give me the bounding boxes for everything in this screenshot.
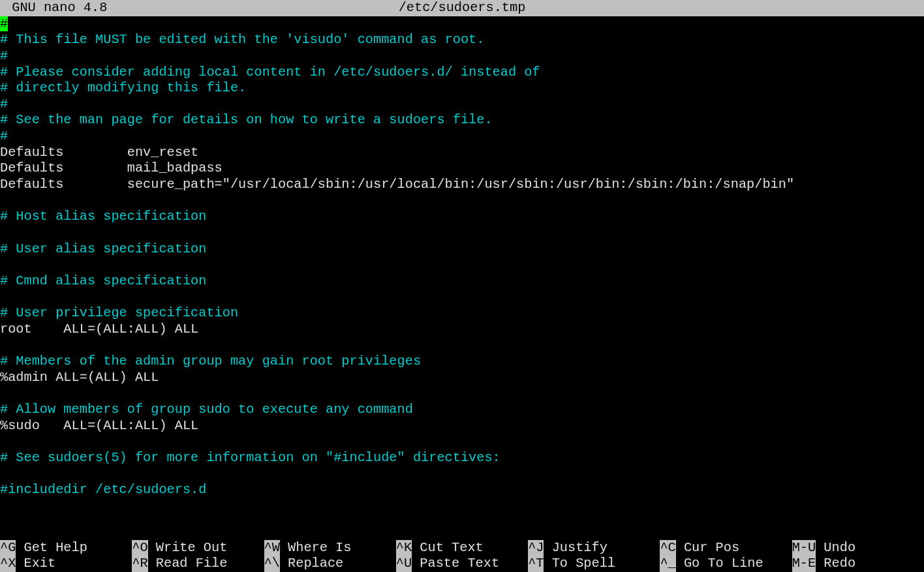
editor-line[interactable]: # <box>0 97 924 113</box>
shortcut-item: ^T To Spell <box>528 556 660 572</box>
editor-line[interactable]: #includedir /etc/sudoers.d <box>0 482 924 498</box>
shortcut-item: M-U Undo <box>792 540 924 556</box>
editor-line[interactable]: # See the man page for details on how to… <box>0 112 924 128</box>
editor-area[interactable]: ## This file MUST be edited with the 'vi… <box>0 16 924 540</box>
shortcut-label: Where Is <box>280 540 375 556</box>
shortcut-item: M-E Redo <box>792 556 924 572</box>
shortcut-item: ^K Cut Text <box>396 540 528 556</box>
shortcut-bar: ^G Get Help ^O Write Out ^W Where Is ^K … <box>0 540 924 572</box>
shortcut-key: ^R <box>132 556 147 572</box>
shortcut-label: Cur Pos <box>676 540 771 556</box>
editor-line[interactable]: # directly modifying this file. <box>0 80 924 97</box>
shortcut-key: ^K <box>396 540 412 556</box>
shortcut-key: ^\ <box>264 556 280 572</box>
shortcut-key: ^T <box>528 556 544 572</box>
editor-line[interactable]: # Host alias specification <box>0 209 924 225</box>
editor-line[interactable]: # See sudoers(5) for more information on… <box>0 450 924 466</box>
editor-line[interactable]: # User privilege specification <box>0 305 924 322</box>
editor-line[interactable] <box>0 225 924 241</box>
editor-line[interactable]: root ALL=(ALL:ALL) ALL <box>0 322 924 338</box>
shortcut-key: M-U <box>792 540 816 556</box>
shortcut-key: ^U <box>396 556 412 572</box>
shortcut-key: ^O <box>132 540 147 556</box>
editor-line[interactable]: # <box>0 48 924 65</box>
shortcut-key: ^X <box>0 556 16 572</box>
shortcut-label: Read File <box>148 556 243 572</box>
cursor: # <box>0 16 8 31</box>
shortcut-key: M-E <box>792 556 816 572</box>
editor-line[interactable]: # Please consider adding local content i… <box>0 65 924 81</box>
editor-line[interactable]: # Cmnd alias specification <box>0 273 924 290</box>
shortcut-item: ^U Paste Text <box>396 556 528 572</box>
shortcut-item: ^\ Replace <box>264 556 396 572</box>
editor-line[interactable]: %admin ALL=(ALL) ALL <box>0 370 924 386</box>
shortcut-row-2: ^X Exit ^R Read File ^\ Replace ^U Paste… <box>0 556 924 572</box>
shortcut-item: ^G Get Help <box>0 540 132 556</box>
shortcut-label: To Spell <box>544 556 639 572</box>
shortcut-key: ^G <box>0 540 16 556</box>
shortcut-key: ^J <box>528 540 544 556</box>
shortcut-label: Exit <box>16 556 111 572</box>
shortcut-item: ^C Cur Pos <box>660 540 792 556</box>
editor-line[interactable]: Defaults mail_badpass <box>0 160 924 177</box>
editor-line[interactable]: # Allow members of group sudo to execute… <box>0 402 924 418</box>
editor-line[interactable]: Defaults secure_path="/usr/local/sbin:/u… <box>0 177 924 193</box>
editor-line[interactable]: # User alias specification <box>0 241 924 258</box>
shortcut-key: ^_ <box>660 556 675 572</box>
editor-line[interactable]: Defaults env_reset <box>0 145 924 161</box>
terminal-window[interactable]: /etc/sudoers.tmp GNU nano 4.8 ## This fi… <box>0 0 924 572</box>
shortcut-label: Undo <box>816 540 855 556</box>
shortcut-label: Cut Text <box>412 540 507 556</box>
editor-line[interactable] <box>0 385 924 402</box>
shortcut-label: Replace <box>280 556 375 572</box>
shortcut-item: ^J Justify <box>528 540 660 556</box>
shortcut-label: Redo <box>816 556 855 572</box>
editor-line[interactable]: %sudo ALL=(ALL:ALL) ALL <box>0 418 924 434</box>
editor-line[interactable]: # <box>0 16 924 33</box>
editor-line[interactable] <box>0 193 924 209</box>
editor-line[interactable] <box>0 337 924 354</box>
editor-line[interactable] <box>0 257 924 273</box>
shortcut-label: Go To Line <box>676 556 771 572</box>
editor-line[interactable]: # <box>0 128 924 145</box>
shortcut-key: ^C <box>660 540 675 556</box>
titlebar-filename: /etc/sudoers.tmp <box>0 0 924 16</box>
shortcut-key: ^W <box>264 540 280 556</box>
editor-line[interactable] <box>0 466 924 483</box>
editor-line[interactable]: # This file MUST be edited with the 'vis… <box>0 32 924 48</box>
shortcut-label: Write Out <box>148 540 243 556</box>
nano-titlebar: /etc/sudoers.tmp GNU nano 4.8 <box>0 0 924 16</box>
shortcut-item: ^O Write Out <box>132 540 264 556</box>
shortcut-item: ^R Read File <box>132 556 264 572</box>
editor-line[interactable] <box>0 434 924 450</box>
shortcut-row-1: ^G Get Help ^O Write Out ^W Where Is ^K … <box>0 540 924 556</box>
shortcut-item: ^W Where Is <box>264 540 396 556</box>
editor-line[interactable]: # Members of the admin group may gain ro… <box>0 354 924 370</box>
shortcut-item: ^X Exit <box>0 556 132 572</box>
shortcut-label: Justify <box>544 540 639 556</box>
shortcut-label: Get Help <box>16 540 111 556</box>
shortcut-label: Paste Text <box>412 556 507 572</box>
shortcut-item: ^_ Go To Line <box>660 556 792 572</box>
editor-line[interactable] <box>0 290 924 306</box>
